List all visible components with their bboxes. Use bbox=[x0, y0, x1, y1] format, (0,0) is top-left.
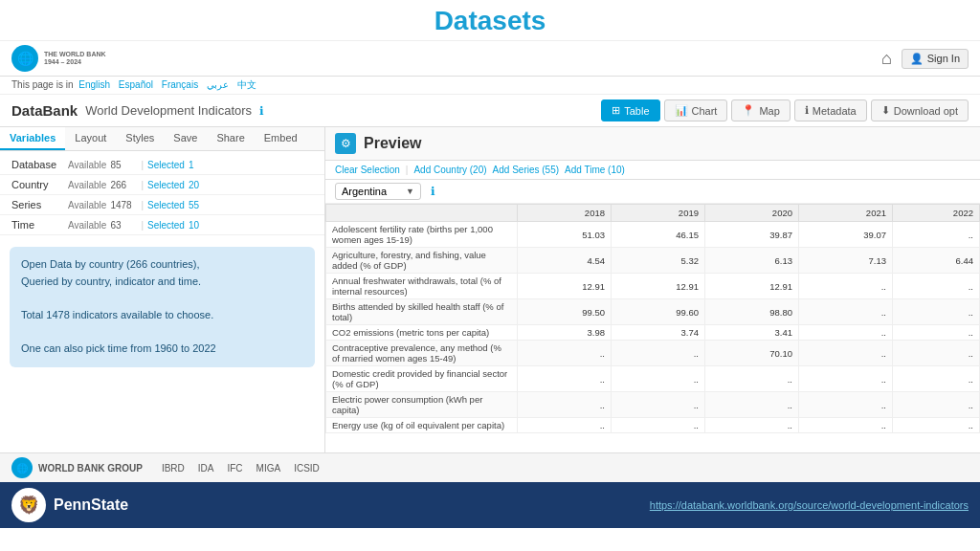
table-cell-value: .. bbox=[799, 392, 893, 418]
wb-group-logo: 🌐 WORLD BANK GROUP bbox=[11, 457, 143, 478]
table-cell-value: .. bbox=[893, 299, 980, 325]
table-cell-value: 46.15 bbox=[612, 222, 705, 248]
table-grid-icon: ⊞ bbox=[612, 104, 620, 117]
col-header-2022: 2022 bbox=[893, 205, 980, 222]
table-cell-value: .. bbox=[518, 366, 612, 392]
main-content: Variables Layout Styles Save Share Embed… bbox=[0, 127, 980, 452]
databank-title: DataBank World Development Indicators ℹ bbox=[11, 102, 264, 119]
tab-variables[interactable]: Variables bbox=[0, 127, 65, 150]
top-bar: 🌐 THE WORLD BANK 1944 – 2024 ⌂ 👤 Sign In bbox=[0, 41, 980, 77]
data-table: 2018 2019 2020 2021 2022 Adolescent fert… bbox=[325, 204, 980, 433]
table-cell-value: .. bbox=[893, 274, 980, 299]
map-icon: 📍 bbox=[742, 104, 755, 117]
tab-metadata[interactable]: ℹ Metadata bbox=[794, 99, 867, 121]
table-cell-value: .. bbox=[518, 418, 612, 433]
country-dropdown[interactable]: Argentina ▼ bbox=[335, 183, 421, 200]
sign-in-button[interactable]: 👤 Sign In bbox=[902, 49, 969, 69]
table-cell-value: .. bbox=[893, 418, 980, 433]
add-time-link[interactable]: Add Time (10) bbox=[565, 165, 625, 175]
slide-header: Datasets bbox=[0, 0, 980, 41]
databank-label: DataBank bbox=[11, 102, 78, 119]
table-cell-value: 6.13 bbox=[705, 248, 799, 274]
add-series-link[interactable]: Add Series (55) bbox=[493, 165, 559, 175]
table-row: CO2 emissions (metric tons per capita)3.… bbox=[326, 325, 980, 341]
table-cell-value: .. bbox=[705, 392, 799, 418]
table-cell-value: 12.91 bbox=[705, 274, 799, 299]
table-cell-value: .. bbox=[705, 366, 799, 392]
table-cell-value: 51.03 bbox=[518, 222, 612, 248]
table-cell-label: Agriculture, forestry, and fishing, valu… bbox=[326, 248, 518, 274]
dataset-label: World Development Indicators bbox=[85, 103, 252, 118]
clear-selection-link[interactable]: Clear Selection bbox=[335, 165, 400, 175]
table-row: Contraceptive prevalence, any method (% … bbox=[326, 341, 980, 366]
table-cell-value: 6.44 bbox=[893, 248, 980, 274]
lang-francais[interactable]: Français bbox=[162, 79, 198, 90]
table-cell-value: 12.91 bbox=[518, 274, 612, 299]
table-cell-value: .. bbox=[893, 325, 980, 341]
lang-arabic[interactable]: عربي bbox=[207, 79, 229, 90]
variable-rows: Database Available 85 | Selected 1 Count… bbox=[0, 151, 324, 239]
penn-logo: 🦁 PennState bbox=[11, 488, 128, 522]
preview-header: ⚙ Preview bbox=[325, 127, 980, 161]
tab-chart[interactable]: 📊 Chart bbox=[664, 99, 728, 121]
add-country-link[interactable]: Add Country (20) bbox=[413, 165, 486, 175]
footer-link-miga[interactable]: MIGA bbox=[256, 463, 281, 474]
chart-icon: 📊 bbox=[675, 104, 688, 117]
country-value: Argentina bbox=[342, 186, 387, 197]
table-cell-value: 5.32 bbox=[612, 248, 705, 274]
lang-english[interactable]: English bbox=[78, 79, 110, 90]
table-cell-value: .. bbox=[612, 366, 705, 392]
preview-title: Preview bbox=[364, 135, 421, 152]
person-icon: 👤 bbox=[910, 53, 924, 65]
table-cell-value: .. bbox=[799, 418, 893, 433]
footer-link-ibrd[interactable]: IBRD bbox=[162, 463, 185, 474]
var-row-database: Database Available 85 | Selected 1 bbox=[0, 155, 324, 175]
var-row-country: Country Available 266 | Selected 20 bbox=[0, 175, 324, 195]
preview-actions: Clear Selection | Add Country (20) Add S… bbox=[325, 161, 980, 180]
tab-share[interactable]: Share bbox=[207, 127, 254, 150]
tab-styles[interactable]: Styles bbox=[116, 127, 164, 150]
home-icon[interactable]: ⌂ bbox=[881, 49, 892, 69]
databank-header: DataBank World Development Indicators ℹ … bbox=[0, 95, 980, 127]
left-panel: Variables Layout Styles Save Share Embed… bbox=[0, 127, 325, 452]
table-cell-value: 39.87 bbox=[705, 222, 799, 248]
table-cell-label: Adolescent fertility rate (births per 1,… bbox=[326, 222, 518, 248]
data-table-container[interactable]: 2018 2019 2020 2021 2022 Adolescent fert… bbox=[325, 204, 980, 452]
tab-layout[interactable]: Layout bbox=[65, 127, 116, 150]
tab-save[interactable]: Save bbox=[164, 127, 207, 150]
lang-espanol[interactable]: Español bbox=[119, 79, 153, 90]
tab-map[interactable]: 📍 Map bbox=[731, 99, 790, 121]
lang-chinese[interactable]: 中文 bbox=[237, 79, 256, 90]
penn-name: PennState bbox=[54, 496, 128, 514]
table-row: Energy use (kg of oil equivalent per cap… bbox=[326, 418, 980, 433]
download-button[interactable]: ⬇ Download opt bbox=[871, 99, 969, 121]
table-cell-value: .. bbox=[799, 325, 893, 341]
chevron-down-icon: ▼ bbox=[406, 187, 414, 196]
worldbank-logo: 🌐 THE WORLD BANK 1944 – 2024 bbox=[11, 45, 106, 72]
table-cell-label: Births attended by skilled health staff … bbox=[326, 299, 518, 325]
footer-links: IBRD IDA IFC MIGA ICSID bbox=[162, 463, 320, 474]
tab-embed[interactable]: Embed bbox=[255, 127, 307, 150]
table-cell-value: .. bbox=[893, 222, 980, 248]
footer-link-icsid[interactable]: ICSID bbox=[294, 463, 320, 474]
tab-table[interactable]: ⊞ Table bbox=[601, 99, 659, 121]
top-right: ⌂ 👤 Sign In bbox=[881, 49, 969, 69]
footer-link-ida[interactable]: IDA bbox=[198, 463, 214, 474]
table-cell-value: .. bbox=[893, 341, 980, 366]
country-info-icon[interactable]: ℹ bbox=[431, 185, 435, 198]
penn-url-link[interactable]: https://databank.worldbank.org/source/wo… bbox=[650, 499, 969, 511]
footer-bar: 🌐 WORLD BANK GROUP IBRD IDA IFC MIGA ICS… bbox=[0, 452, 980, 482]
wb-name: THE WORLD BANK 1944 – 2024 bbox=[44, 51, 106, 67]
view-tabs: ⊞ Table 📊 Chart 📍 Map ℹ Metadata ⬇ Downl… bbox=[601, 99, 969, 121]
col-header-2021: 2021 bbox=[799, 205, 893, 222]
table-cell-value: .. bbox=[612, 341, 705, 366]
language-bar: This page is in English Español Français… bbox=[0, 77, 980, 95]
dataset-info-icon[interactable]: ℹ bbox=[259, 104, 264, 118]
table-cell-value: 7.13 bbox=[799, 248, 893, 274]
table-cell-value: 3.41 bbox=[705, 325, 799, 341]
table-row: Births attended by skilled health staff … bbox=[326, 299, 980, 325]
table-cell-label: Electric power consumption (kWh per capi… bbox=[326, 392, 518, 418]
country-select-bar: Argentina ▼ ℹ bbox=[325, 180, 980, 204]
right-panel: ⚙ Preview Clear Selection | Add Country … bbox=[325, 127, 980, 452]
footer-link-ifc[interactable]: IFC bbox=[227, 463, 242, 474]
